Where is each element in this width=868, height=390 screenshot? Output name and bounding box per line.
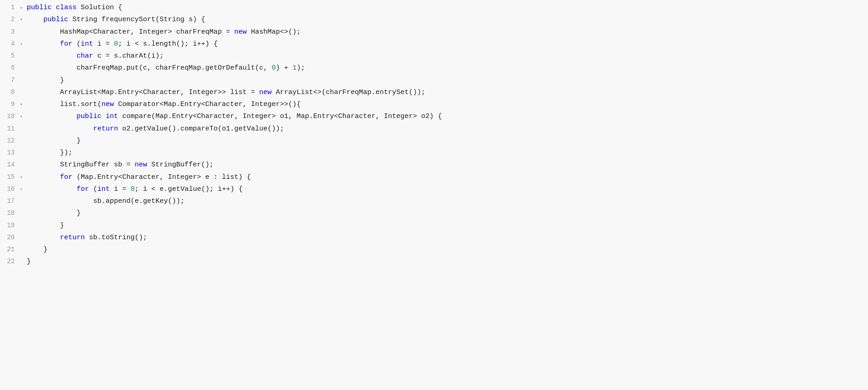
code-line: 15▾ for (Map.Entry<Character, Integer> e… bbox=[0, 171, 868, 183]
code-line: 6 charFreqMap.put(c, charFreqMap.getOrDe… bbox=[0, 62, 868, 74]
fold-icon[interactable]: ▾ bbox=[18, 4, 25, 12]
code-content: public int compare(Map.Entry<Character, … bbox=[25, 111, 868, 123]
fold-icon[interactable]: ▾ bbox=[18, 185, 25, 194]
code-token: 0 bbox=[131, 185, 135, 193]
code-content: } bbox=[25, 244, 868, 256]
fold-icon[interactable]: ▾ bbox=[18, 100, 25, 109]
fold-icon bbox=[18, 161, 25, 170]
line-number: 18 bbox=[0, 207, 18, 219]
code-token: 1 bbox=[292, 64, 297, 72]
code-content: public String frequencySort(String s) { bbox=[25, 14, 868, 26]
code-content: StringBuffer sb = new StringBuffer(); bbox=[25, 159, 868, 171]
fold-icon bbox=[18, 234, 25, 242]
fold-icon bbox=[18, 64, 25, 73]
code-token: new bbox=[101, 100, 118, 108]
code-token bbox=[27, 185, 77, 193]
code-token: sb.toString(); bbox=[89, 234, 147, 242]
code-token: } bbox=[27, 222, 64, 230]
code-line: 17 sb.append(e.getKey()); bbox=[0, 195, 868, 207]
line-number: 10 bbox=[0, 111, 18, 122]
code-token: } bbox=[27, 137, 81, 145]
code-token: i = bbox=[97, 40, 114, 48]
fold-icon bbox=[18, 149, 25, 158]
code-line: 16▾ for (int i = 0; i < e.getValue(); i+… bbox=[0, 183, 868, 195]
code-token: int bbox=[81, 40, 97, 48]
line-number: 12 bbox=[0, 135, 18, 147]
fold-icon bbox=[18, 89, 25, 97]
code-token: StringBuffer sb = bbox=[27, 161, 135, 169]
code-token bbox=[27, 40, 60, 48]
code-line: 10▾ public int compare(Map.Entry<Charact… bbox=[0, 111, 868, 123]
code-token: charFreqMap.put(c, charFreqMap.getOrDefa… bbox=[27, 64, 272, 72]
code-token: new bbox=[135, 161, 151, 169]
line-number: 8 bbox=[0, 87, 18, 98]
code-line: 7 } bbox=[0, 75, 868, 87]
fold-icon[interactable]: ▾ bbox=[18, 112, 25, 121]
code-line: 14 StringBuffer sb = new StringBuffer(); bbox=[0, 159, 868, 171]
fold-icon[interactable]: ▾ bbox=[18, 40, 25, 49]
code-token bbox=[27, 125, 93, 133]
code-token: ; i < e.getValue(); i++) { bbox=[135, 185, 243, 193]
fold-icon bbox=[18, 197, 25, 206]
fold-icon[interactable]: ▾ bbox=[18, 173, 25, 182]
line-number: 2 bbox=[0, 14, 18, 25]
line-number: 3 bbox=[0, 26, 18, 38]
code-content: } bbox=[25, 207, 868, 219]
code-token: ) + bbox=[276, 64, 292, 72]
code-content: } bbox=[25, 256, 868, 268]
line-number: 13 bbox=[0, 147, 18, 159]
fold-icon[interactable]: ▾ bbox=[18, 16, 25, 24]
code-content: sb.append(e.getKey()); bbox=[25, 195, 868, 207]
code-token: Solution { bbox=[81, 4, 122, 12]
code-line: 11 return o2.getValue().compareTo(o1.get… bbox=[0, 123, 868, 135]
line-number: 7 bbox=[0, 75, 18, 86]
code-content: for (Map.Entry<Character, Integer> e : l… bbox=[25, 171, 868, 183]
line-number: 1 bbox=[0, 2, 18, 13]
line-number: 4 bbox=[0, 38, 18, 50]
code-content: } bbox=[25, 75, 868, 87]
code-token: ; i < s.length(); i++) { bbox=[118, 40, 218, 48]
fold-icon bbox=[18, 28, 25, 37]
code-content: for (int i = 0; i < s.length(); i++) { bbox=[25, 38, 868, 50]
line-number: 5 bbox=[0, 50, 18, 62]
code-token: compare(Map.Entry<Character, Integer> o1… bbox=[122, 112, 442, 120]
code-token: sb.append(e.getKey()); bbox=[27, 197, 184, 205]
code-token: ( bbox=[77, 40, 81, 48]
code-token: o2.getValue().compareTo(o1.getValue()); bbox=[122, 125, 284, 133]
code-token: public int bbox=[77, 112, 122, 120]
code-content: HashMap<Character, Integer> charFreqMap … bbox=[25, 26, 868, 38]
code-line: 4▾ for (int i = 0; i < s.length(); i++) … bbox=[0, 38, 868, 50]
code-token: for bbox=[60, 173, 77, 181]
code-token: ( bbox=[93, 185, 97, 193]
code-token: char bbox=[77, 52, 97, 60]
line-number: 17 bbox=[0, 195, 18, 207]
line-number: 21 bbox=[0, 244, 18, 255]
code-token bbox=[27, 112, 77, 120]
code-content: } bbox=[25, 135, 868, 147]
code-content: } bbox=[25, 220, 868, 232]
code-token: public bbox=[43, 16, 72, 24]
fold-icon bbox=[18, 209, 25, 218]
code-content: }); bbox=[25, 147, 868, 159]
code-line: 1▾public class Solution { bbox=[0, 2, 868, 14]
code-token: c = s.charAt(i); bbox=[97, 52, 164, 60]
code-line: 19 } bbox=[0, 220, 868, 232]
fold-icon bbox=[18, 246, 25, 254]
line-number: 14 bbox=[0, 159, 18, 171]
code-line: 13 }); bbox=[0, 147, 868, 159]
code-token: int bbox=[97, 185, 114, 193]
code-token: } bbox=[27, 209, 81, 217]
code-content: public class Solution { bbox=[25, 2, 868, 14]
line-number: 9 bbox=[0, 99, 18, 110]
code-token: 0 bbox=[114, 40, 118, 48]
code-token bbox=[27, 173, 60, 181]
code-content: list.sort(new Comparator<Map.Entry<Chara… bbox=[25, 99, 868, 111]
code-token: new bbox=[259, 89, 276, 96]
code-content: char c = s.charAt(i); bbox=[25, 50, 868, 62]
fold-icon bbox=[18, 222, 25, 230]
code-token: HashMap<Character, Integer> charFreqMap … bbox=[27, 28, 234, 36]
code-token: for bbox=[77, 185, 93, 193]
code-token: i = bbox=[114, 185, 131, 193]
code-line: 3 HashMap<Character, Integer> charFreqMa… bbox=[0, 26, 868, 38]
code-token: } bbox=[27, 77, 64, 84]
